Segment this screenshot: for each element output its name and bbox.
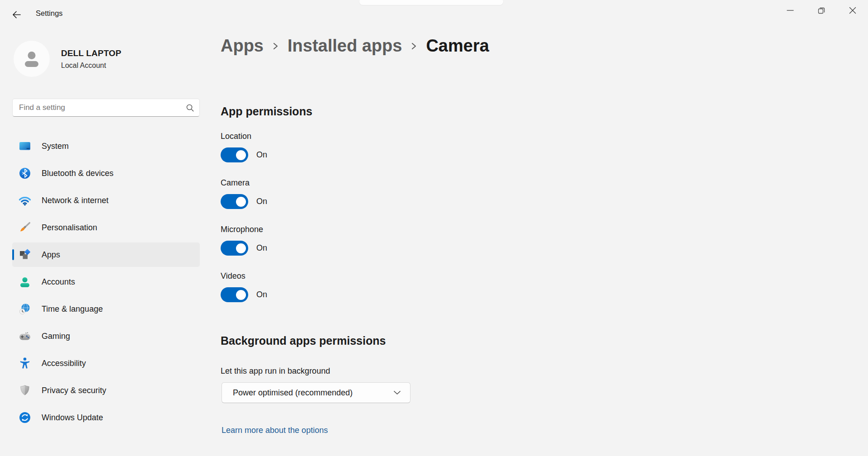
permission-label: Location (221, 132, 267, 141)
minimize-button[interactable] (774, 0, 806, 20)
search-box (12, 99, 200, 117)
sidebar-item-label: Personalisation (42, 223, 97, 233)
sidebar-item-network-internet[interactable]: Network & internet (12, 188, 200, 213)
toggle-state-label: On (256, 150, 267, 160)
time-language-icon (19, 303, 31, 315)
sidebar-item-label: Privacy & security (42, 386, 106, 395)
sidebar-item-accounts[interactable]: Accounts (12, 270, 200, 294)
sidebar-item-time-language[interactable]: Time & language (12, 297, 200, 321)
learn-more-link[interactable]: Learn more about the options (222, 426, 328, 435)
sidebar-item-label: Accounts (42, 277, 75, 287)
selected-indicator (12, 249, 14, 260)
permission-row-microphone: Microphone On (221, 225, 267, 256)
videos-toggle[interactable] (221, 287, 248, 302)
toggle-knob (236, 150, 246, 160)
minimize-icon (786, 6, 795, 15)
system-icon (19, 140, 31, 152)
sidebar-item-label: System (42, 142, 69, 151)
sidebar-item-label: Gaming (42, 332, 70, 341)
sidebar-item-accessibility[interactable]: Accessibility (12, 351, 200, 375)
personalisation-icon (19, 221, 31, 234)
back-arrow-icon (11, 10, 22, 20)
sidebar-item-label: Time & language (42, 304, 103, 314)
background-permissions-heading: Background apps permissions (221, 334, 386, 347)
sidebar-item-label: Apps (42, 250, 60, 260)
sidebar-item-gaming[interactable]: Gaming (12, 324, 200, 348)
toggle-state-label: On (256, 243, 267, 253)
accounts-icon (19, 276, 31, 288)
sidebar-item-label: Windows Update (42, 413, 103, 423)
toggle-knob (236, 197, 246, 207)
user-account-type: Local Account (61, 62, 106, 70)
accessibility-icon (19, 357, 31, 370)
app-permissions-heading: App permissions (221, 105, 312, 118)
toggle-knob (236, 290, 246, 300)
breadcrumb-installed-apps[interactable]: Installed apps (288, 36, 402, 56)
toggle-state-label: On (256, 290, 267, 299)
permission-label: Videos (221, 271, 267, 281)
network-icon (19, 194, 31, 207)
settings-window: Settings DELL LAPTOP Local Account (0, 0, 868, 456)
privacy-shield-icon (19, 384, 31, 397)
sidebar-nav: System Bluetooth & devices Network & int… (12, 134, 200, 432)
restore-icon (817, 6, 826, 15)
location-toggle[interactable] (221, 147, 248, 162)
user-name: DELL LAPTOP (61, 48, 121, 58)
toggle-knob (236, 243, 246, 253)
sidebar-item-apps[interactable]: Apps (12, 242, 200, 267)
sidebar-item-label: Bluetooth & devices (42, 169, 113, 178)
sidebar-item-label: Network & internet (42, 196, 108, 205)
permission-row-location: Location On (221, 132, 267, 162)
breadcrumb-current-page: Camera (426, 36, 489, 56)
chevron-right-icon (410, 40, 417, 52)
sidebar-item-label: Accessibility (42, 359, 86, 368)
sidebar-item-windows-update[interactable]: Windows Update (12, 405, 200, 430)
sidebar-item-privacy-security[interactable]: Privacy & security (12, 378, 200, 403)
sidebar-item-bluetooth-devices[interactable]: Bluetooth & devices (12, 161, 200, 185)
restore-button[interactable] (806, 0, 837, 20)
chevron-down-icon (393, 390, 401, 395)
user-avatar-icon (21, 48, 42, 69)
gaming-icon (19, 330, 31, 342)
apps-icon (19, 248, 31, 261)
background-permission-dropdown[interactable]: Power optimised (recommended) (222, 382, 410, 403)
close-button[interactable] (837, 0, 868, 20)
camera-toggle[interactable] (221, 194, 248, 209)
search-icon (186, 104, 194, 112)
permission-row-videos: Videos On (221, 271, 267, 302)
permission-label: Microphone (221, 225, 267, 234)
permission-label: Camera (221, 178, 267, 188)
avatar[interactable] (14, 41, 50, 77)
search-input[interactable] (13, 99, 199, 116)
app-title: Settings (36, 9, 63, 18)
chevron-right-icon (272, 40, 279, 52)
dropdown-selected-value: Power optimised (recommended) (233, 388, 353, 398)
sidebar-item-personalisation[interactable]: Personalisation (12, 215, 200, 240)
window-controls (774, 0, 868, 20)
breadcrumb-apps[interactable]: Apps (221, 36, 264, 56)
permission-row-camera: Camera On (221, 178, 267, 209)
toggle-state-label: On (256, 197, 267, 206)
close-icon (848, 6, 857, 15)
breadcrumb: Apps Installed apps Camera (221, 36, 489, 56)
background-dropdown-label: Let this app run in background (221, 366, 330, 376)
title-bar: Settings (0, 0, 868, 26)
sidebar-item-system[interactable]: System (12, 134, 200, 158)
back-button[interactable] (7, 7, 25, 22)
windows-update-icon (19, 411, 31, 424)
bluetooth-icon (19, 167, 31, 180)
microphone-toggle[interactable] (221, 241, 248, 256)
